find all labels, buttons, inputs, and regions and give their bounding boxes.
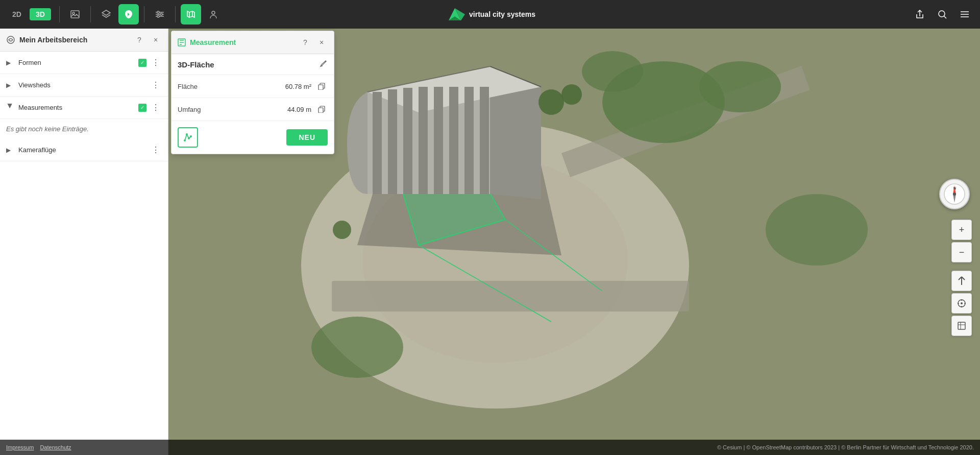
logo-icon (445, 4, 465, 25)
measurements-checkbox[interactable]: ✓ (138, 104, 146, 112)
measurement-edit-btn[interactable] (320, 59, 328, 69)
measurement-sub-header: 3D-Fläche (172, 54, 334, 75)
sidebar-item-formen[interactable]: ▶ Formen ✓ ⋮ (0, 52, 168, 74)
hamburger-menu-button[interactable] (955, 5, 974, 23)
umfang-value: 44.09 m (287, 106, 311, 113)
view-2d-button[interactable]: 2D (6, 8, 28, 20)
right-controls: + − (951, 220, 972, 262)
zoom-out-button[interactable]: − (951, 242, 972, 262)
measurements-menu-btn[interactable]: ⋮ (150, 102, 162, 113)
tool1-icon-btn[interactable] (118, 4, 139, 25)
sidebar-header: Mein Arbeitsbereich ? × (0, 29, 168, 52)
svg-rect-22 (388, 89, 397, 194)
formen-menu-btn[interactable]: ⋮ (150, 57, 162, 68)
top-right-icons (911, 5, 974, 23)
svg-rect-24 (419, 87, 428, 194)
svg-point-8 (311, 317, 403, 378)
copyright-text: © Cesium | © OpenStreetMap contributors … (717, 444, 974, 450)
zoom-in-button[interactable]: + (951, 220, 972, 240)
svg-point-77 (184, 139, 186, 141)
search-button[interactable] (933, 5, 951, 23)
datenschutz-link[interactable]: Datenschutz (40, 444, 71, 450)
svg-point-44 (212, 11, 215, 14)
sidebar-close-btn[interactable]: × (150, 34, 162, 46)
kamerafluge-label: Kameraflüge (18, 146, 145, 154)
person-icon-btn[interactable] (203, 4, 224, 25)
svg-rect-26 (449, 87, 458, 194)
viewsheds-label: Viewsheds (18, 81, 145, 89)
svg-point-31 (538, 89, 564, 115)
svg-point-6 (582, 51, 643, 92)
extent-button[interactable] (951, 316, 972, 336)
svg-rect-95 (958, 322, 965, 329)
north-button[interactable] (951, 271, 972, 291)
divider-1 (59, 6, 60, 22)
sidebar-item-kamerafluge[interactable]: ▶ Kameraflüge ⋮ (0, 139, 168, 161)
formen-checkbox[interactable]: ✓ (138, 59, 146, 67)
layers-icon-btn[interactable] (96, 4, 116, 25)
new-measurement-button[interactable]: NEU (286, 129, 328, 146)
measurement-panel-title: Measurement (190, 38, 295, 46)
svg-rect-23 (403, 88, 412, 194)
svg-rect-76 (318, 108, 323, 113)
svg-rect-34 (71, 11, 79, 18)
measure-mode-button[interactable] (178, 127, 198, 148)
svg-point-9 (766, 194, 868, 266)
svg-rect-3 (332, 281, 689, 312)
logo-text: virtual city systems (469, 10, 535, 19)
bottom-bar: Impressum Datenschutz © Cesium | © OpenS… (0, 440, 980, 455)
umfang-copy-btn[interactable] (315, 103, 328, 115)
svg-point-32 (561, 84, 582, 105)
measurement-panel: Measurement ? × 3D-Fläche Fläche 60.78 m… (171, 31, 334, 154)
measurements-empty-state: Es gibt noch keine Einträge. (0, 119, 168, 139)
svg-text:N: N (953, 186, 956, 190)
sidebar: Mein Arbeitsbereich ? × ▶ Formen ✓ ⋮ ▶ V… (0, 29, 168, 455)
svg-rect-74 (318, 85, 323, 90)
view-3d-button[interactable]: 3D (30, 8, 51, 20)
divider-4 (175, 6, 176, 22)
measurement-panel-help-btn[interactable]: ? (299, 36, 311, 49)
map-tool-icon-btn[interactable] (181, 4, 201, 25)
kamerafluge-menu-btn[interactable]: ⋮ (150, 144, 162, 156)
measurement-sub-title: 3D-Fläche (178, 60, 315, 69)
measurement-panel-header: Measurement ? × (172, 31, 334, 54)
svg-point-79 (188, 137, 190, 139)
svg-point-33 (333, 221, 351, 239)
logo-area: virtual city systems (445, 4, 535, 25)
umfang-label: Umfang (178, 106, 283, 113)
divider-2 (90, 6, 91, 22)
kamerafluge-controls: ⋮ (150, 144, 162, 156)
formen-controls: ✓ ⋮ (138, 57, 162, 68)
measurement-row-umfang: Umfang 44.09 m (172, 98, 334, 121)
measurements-label: Measurements (18, 104, 134, 111)
sidebar-help-btn[interactable]: ? (133, 34, 145, 46)
measurements-arrow-icon: ▶ (7, 104, 14, 112)
divider-3 (144, 6, 144, 22)
additional-right-controls (951, 271, 972, 336)
svg-rect-27 (464, 87, 474, 194)
location-button[interactable] (951, 293, 972, 314)
svg-point-40 (160, 13, 162, 15)
sidebar-item-measurements[interactable]: ▶ Measurements ✓ ⋮ (0, 97, 168, 119)
viewsheds-arrow-icon: ▶ (6, 82, 14, 89)
sidebar-workspace-icon (6, 35, 15, 44)
flache-copy-btn[interactable] (315, 80, 328, 92)
share-button[interactable] (911, 5, 929, 23)
measurements-controls: ✓ ⋮ (138, 102, 162, 113)
svg-rect-25 (434, 87, 443, 194)
svg-point-80 (190, 135, 192, 137)
svg-point-41 (157, 15, 159, 17)
sidebar-item-viewsheds[interactable]: ▶ Viewsheds ⋮ (0, 74, 168, 97)
measurement-panel-close-btn[interactable]: × (315, 36, 328, 49)
impressum-link[interactable]: Impressum (6, 444, 34, 450)
viewsheds-menu-btn[interactable]: ⋮ (150, 79, 162, 91)
svg-rect-21 (373, 92, 382, 194)
compass[interactable]: N (939, 179, 970, 209)
sidebar-title: Mein Arbeitsbereich (19, 36, 129, 44)
image-icon-btn[interactable] (65, 4, 85, 25)
view-toggle: 2D 3D (6, 8, 51, 20)
settings-icon-btn[interactable] (150, 4, 170, 25)
bottom-links: Impressum Datenschutz (6, 444, 71, 450)
svg-point-78 (186, 133, 188, 135)
svg-line-49 (944, 16, 946, 18)
